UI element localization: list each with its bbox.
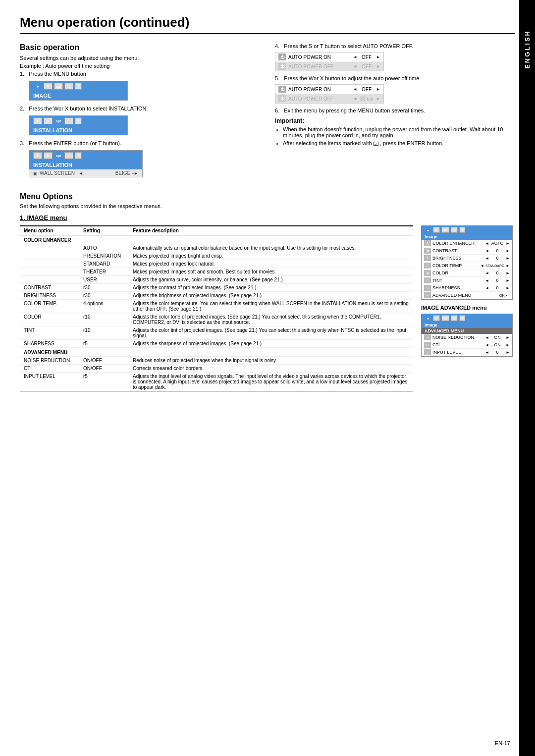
- side-label-text: ENGLISH: [524, 30, 531, 69]
- page-title: Menu operation (continued): [20, 15, 515, 34]
- table-cell-option: CONTRAST: [20, 284, 79, 292]
- table-cell-option: [20, 244, 79, 252]
- wall-screen-arrow-l: ◄: [79, 171, 83, 176]
- table-group-setting: [79, 348, 129, 357]
- table-group-setting: [79, 235, 129, 244]
- table-cell-feature: Makes projected images look natural.: [129, 260, 413, 268]
- right-column: 4. Press the S or T button to select AUT…: [275, 43, 515, 182]
- table-cell-option: [20, 268, 79, 276]
- icon-sq3: □: [64, 152, 73, 159]
- image-label-bar: IMAGE: [29, 91, 127, 100]
- sm-cti-icon: C: [424, 342, 431, 348]
- image-menu-heading: 1. IMAGE menu: [20, 214, 515, 221]
- table-cell-option: [20, 252, 79, 260]
- sm-row-cti: C CTI ◄ ON ►: [422, 341, 512, 349]
- sm-row-noise: ~ NOISE REDUCTION ◄ ON ►: [422, 334, 512, 341]
- power-off-arrow-r2: ►: [376, 96, 380, 101]
- table-and-menu-container: Menu option Setting Feature description …: [20, 225, 515, 391]
- sm-advanced-icon: ≡: [424, 292, 431, 298]
- menu-icons-row2: ● ≡ opt □ i: [33, 117, 82, 124]
- table-group-option: COLOR ENHANCER: [20, 235, 79, 244]
- sm-adv-icon-circle: ●: [425, 315, 431, 321]
- enter-mark: ↵: [374, 142, 378, 146]
- sm-row-sharpness: S SHARPNESS ◄ 0 ►: [422, 284, 512, 292]
- important-list: When the button doesn't function, unplug…: [275, 126, 515, 146]
- table-cell-setting: 4 options: [79, 300, 129, 313]
- table-cell-setting: r30: [79, 292, 129, 300]
- power-off-arrow-r: ►: [376, 64, 380, 69]
- table-cell-feature: Adjusts the sharpness of projected image…: [129, 340, 413, 348]
- table-cell-feature: Adjusts the color temperature. You can s…: [129, 300, 413, 313]
- menu-options-heading: Menu Options: [20, 192, 515, 201]
- table-cell-setting: ON/OFF: [79, 365, 129, 373]
- icon-opt: opt: [54, 83, 63, 90]
- sm-brightness-icon: ☀: [424, 255, 431, 261]
- sm-adv-title: ADVANCED MENU: [422, 328, 512, 334]
- table-cell-feature: Adjusts the color tint of projected imag…: [129, 326, 413, 340]
- table-cell-option: TINT: [20, 326, 79, 340]
- col-header-feature: Feature description: [129, 226, 413, 235]
- right-menus-panel: ● ≡ opt □ i Image A COLOR ENHANCER ◄ AUT…: [421, 225, 515, 357]
- menu-mockup-inst1-header: ● ≡ opt □ i: [29, 116, 127, 126]
- menu-mockup-installation1: ● ≡ opt □ i INSTALLATION: [29, 115, 128, 135]
- sm-noise-icon: ~: [424, 334, 431, 340]
- table-cell-option: SHARPNESS: [20, 340, 79, 348]
- table-cell-feature: Automatically sets an optimal color bala…: [129, 244, 413, 252]
- power-on-arrow-r2: ►: [376, 87, 380, 92]
- table-cell-feature: Adjusts the color tone of projected imag…: [129, 313, 413, 326]
- table-cell-feature: Reduces noise of projected images when t…: [129, 357, 413, 365]
- sm-row-color: ■ COLOR ◄ 0 ►: [422, 270, 512, 277]
- auto-power-off-row2: ⏻ AUTO POWER OFF ◄ 30min ►: [275, 94, 383, 103]
- sm-icon-sq: □: [451, 227, 458, 233]
- sm-row-input-level: ↕ INPUT LEVEL ◄ 0 ►: [422, 349, 512, 356]
- table-cell-option: COLOR: [20, 313, 79, 326]
- table-cell-option: [20, 260, 79, 268]
- table-cell-feature: Makes projected images bright and crisp.: [129, 252, 413, 260]
- sm-adv-icon-sq: □: [451, 315, 458, 321]
- power-off-arrow-l: ◄: [353, 64, 357, 69]
- table-cell-setting: USER: [79, 276, 129, 284]
- sm-icon-opt: opt: [441, 227, 449, 233]
- sm-color-icon: ■: [424, 270, 431, 276]
- sm-tint-icon: □: [424, 277, 431, 283]
- small-menu-image-header: ● ≡ opt □ i: [422, 226, 512, 234]
- sm-icon-circle: ●: [425, 227, 431, 233]
- small-menu-advanced: ● ≡ opt □ i Image ADVANCED MENU ~ NOISE …: [421, 314, 513, 357]
- sm-sharpness-icon: S: [424, 285, 431, 291]
- table-cell-feature: Adjusts the brightness of projected imag…: [129, 292, 413, 300]
- table-cell-option: INPUT LEVEL: [20, 373, 79, 391]
- side-label: ENGLISH: [519, 0, 535, 756]
- menu-mockup-image: ● ≡ opt □ i IMAGE: [29, 81, 128, 101]
- col-header-menu-option: Menu option: [20, 226, 79, 235]
- table-cell-option: CTI: [20, 365, 79, 373]
- small-menu-image: ● ≡ opt □ i Image A COLOR ENHANCER ◄ AUT…: [421, 225, 513, 300]
- sm-row-contrast: ◑ CONTRAST ◄ 0 ►: [422, 247, 512, 255]
- table-cell-option: [20, 276, 79, 284]
- table-cell-setting: r10: [79, 313, 129, 326]
- small-menu-adv-header: ● ≡ opt □ i: [422, 314, 512, 322]
- table-cell-feature: Adjusts the input level of analog video …: [129, 373, 413, 391]
- sm-icon-eq: ≡: [433, 227, 440, 233]
- table-cell-setting: AUTO: [79, 244, 129, 252]
- power-off-arrow-l2: ◄: [353, 96, 357, 101]
- important-item-2: After selecting the items marked with ↵ …: [283, 140, 515, 146]
- col-header-setting: Setting: [79, 226, 129, 235]
- table-group-option: ADVANCED MENU: [20, 348, 79, 357]
- sm-input-level-icon: ↕: [424, 349, 431, 355]
- power-off-icon2: ⏻: [278, 95, 286, 102]
- sm-contrast-icon: ◑: [424, 248, 431, 254]
- table-cell-setting: r5: [79, 373, 129, 391]
- menu-icons-row3: ● ≡ opt □ i: [33, 152, 82, 159]
- sm-adv-icons: ● ≡ opt □ i: [425, 315, 465, 321]
- icon-circle3: ●: [33, 152, 42, 159]
- sm-row-color-temp: T° COLOR TEMP. ◄ STANDARD ►: [422, 262, 512, 270]
- power-on-arrow-r: ►: [376, 54, 380, 59]
- image-advanced-label: IMAGE ADVANCED menu: [421, 305, 515, 311]
- sm-row-advanced: ≡ ADVANCED MENU OK ▪: [422, 292, 512, 299]
- icon-eq2: ≡: [44, 117, 53, 124]
- step6-text: 6. Exit the menu by pressing the MENU bu…: [275, 108, 515, 113]
- menu-mockup-inst2-header: ● ≡ opt □ i: [29, 151, 142, 161]
- power-off-icon: ⏻: [278, 63, 286, 70]
- power-on-arrow-l2: ◄: [353, 87, 357, 92]
- basic-operation-heading: Basic operation: [20, 43, 260, 52]
